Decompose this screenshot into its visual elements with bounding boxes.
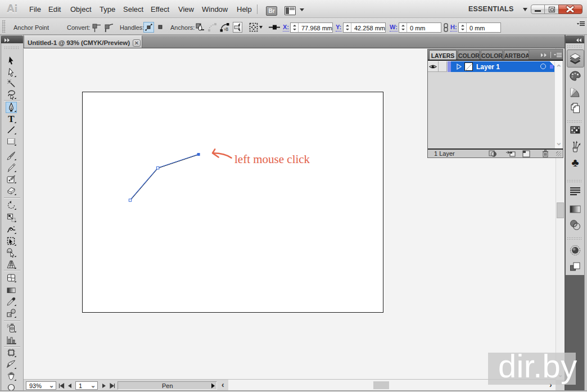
- svg-text:left mouse click: left mouse click: [234, 152, 310, 166]
- svg-text:♣: ♣: [571, 156, 579, 169]
- svg-text:›8: ›8: [224, 26, 228, 32]
- svg-text:T: T: [8, 114, 15, 124]
